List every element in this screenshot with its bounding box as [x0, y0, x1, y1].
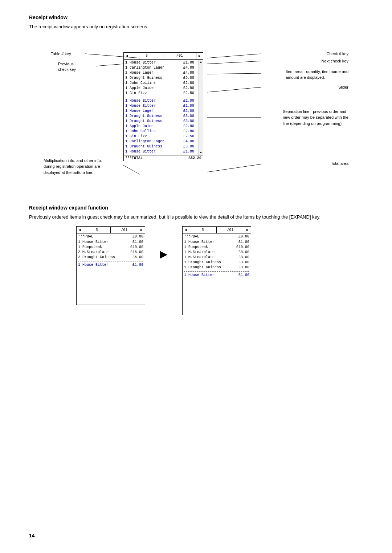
expand-left-table: 5: [83, 227, 111, 233]
expand-left-item: 2 Draught Guiness£6.00: [78, 255, 143, 260]
receipt-item-row: 2 House Lager£4.00: [125, 70, 194, 76]
expand-right-item: 1 House Bitter£1.00: [184, 240, 249, 245]
pbal-row-right: ***PBAL£0.00: [184, 234, 249, 240]
expand-arrow: ▶: [160, 248, 168, 260]
page-number: 14: [29, 533, 35, 538]
svg-line-4: [207, 73, 261, 74]
expand-right-items: ***PBAL£0.00 1 House Bitter£1.00 1 Rumps…: [183, 233, 251, 315]
expand-left-item: 1 House Bitter£1.00: [78, 240, 143, 245]
receipt-item-row: 1 House Bitter£1.00: [125, 60, 194, 65]
expand-right-check: /01: [217, 227, 244, 233]
receipt-item-row: 1 Carlington Lager£4.00: [125, 65, 194, 70]
expand-diagrams-container: ◀ 5 /01 ▶ ***PBAL£0.00 1 House Bitter£1.…: [76, 226, 363, 315]
expand-left-header: ◀ 5 /01 ▶: [77, 227, 145, 233]
receipt-item-row-blue: 1 Apple Juice£2.80: [125, 124, 194, 129]
total-label: ***TOTAL: [125, 156, 143, 160]
receipt-items: 1 House Bitter£1.00 1 Carlington Lager£4…: [124, 60, 199, 155]
separation-line-label: Separation line - previous order andnew …: [283, 109, 348, 127]
expand-left-spacer: [78, 268, 143, 304]
expand-right-item: 1 M.Steakplate£8.00: [184, 255, 249, 260]
expand-left-next[interactable]: ▶: [138, 227, 145, 233]
previous-check-label: Previouscheck key: [58, 61, 76, 73]
expand-left-receipt: ◀ 5 /01 ▶ ***PBAL£0.00 1 House Bitter£1.…: [76, 226, 145, 305]
next-btn[interactable]: ▶: [196, 53, 203, 59]
expand-right-next[interactable]: ▶: [244, 227, 251, 233]
receipt-item-row: 1 Gin Fizz£2.50: [125, 91, 194, 96]
expand-right-item-blue: 1 House Bitter£1.00: [184, 273, 249, 278]
expand-right-spacer: [184, 278, 249, 314]
receipt-total: ***TOTAL £52.20: [124, 155, 203, 161]
expand-left-item: 1 Rumpsteak£10.00: [78, 245, 143, 250]
expand-left-item-blue: 1 House Bitter£1.00: [78, 263, 143, 268]
section1-title: Receipt window: [29, 15, 363, 20]
svg-line-3: [207, 61, 261, 64]
receipt-scrollbar: ▲ ▼: [199, 60, 203, 155]
total-amount: £52.20: [188, 156, 201, 160]
table-key-label: Table # key: [51, 52, 71, 56]
check-key-label: Check # key: [326, 52, 348, 56]
receipt-item-row-blue: 1 House Bitter£1.00: [125, 103, 194, 109]
expand-right-item: 1 Draught Guiness£3.00: [184, 260, 249, 265]
expand-left-items: ***PBAL£0.00 1 House Bitter£1.00 1 Rumps…: [77, 233, 145, 305]
expand-left-separator: [78, 261, 143, 261]
receipt-window-mock: ◀ 3 /01 ▶ 1 House Bitter£1.00 1 Carlingt…: [123, 52, 203, 161]
receipt-item-row-blue: 1 John Collins£2.80: [125, 129, 194, 134]
expand-left-check: /01: [111, 227, 138, 233]
svg-line-2: [96, 64, 123, 66]
section2-title: Receipt window expand function: [29, 205, 363, 211]
expand-right-receipt: ◀ 5 /01 ▶ ***PBAL£0.00 1 House Bitter£1.…: [182, 226, 251, 315]
svg-line-8: [123, 165, 140, 174]
expand-right-prev[interactable]: ◀: [183, 227, 189, 233]
section1-description: The receipt window appears only on regis…: [29, 23, 363, 31]
receipt-item-row-blue: 1 Carlington Lager£4.00: [125, 139, 194, 144]
svg-line-5: [207, 87, 261, 92]
receipt-item-row-blue: 1 Draught Guiness£3.00: [125, 144, 194, 149]
pbal-row-left: ***PBAL£0.00: [78, 234, 143, 240]
expand-right-table: 5: [189, 227, 217, 233]
expand-left-prev[interactable]: ◀: [77, 227, 83, 233]
expand-right-item: 1 Rumpsteak£10.00: [184, 245, 249, 250]
expand-right-separator: [184, 271, 249, 272]
receipt-item-row: 1 John Collins£2.80: [125, 81, 194, 86]
total-area-label: Total area: [331, 161, 348, 166]
receipt-window-section: Receipt window The receipt window appear…: [29, 15, 363, 190]
receipt-item-row-blue: 1 Gin Fizz£2.50: [125, 134, 194, 139]
receipt-item-row-blue: 1 House Lager£2.00: [125, 109, 194, 114]
receipt-header: ◀ 3 /01 ▶: [124, 53, 203, 60]
receipt-diagram: Table # key Previouscheck key Check # ke…: [29, 38, 363, 190]
svg-line-7: [207, 164, 261, 172]
table-number: 3: [130, 53, 163, 58]
next-check-label: Next check key: [321, 59, 348, 63]
receipt-items-container: 1 House Bitter£1.00 1 Carlington Lager£4…: [124, 60, 203, 155]
item-area-label: Item area - quantity, item name andamoun…: [286, 69, 348, 81]
section2-description: Previously ordered items in guest check …: [29, 214, 363, 221]
expand-right-item: 1 M.Steakplate£8.00: [184, 250, 249, 255]
receipt-item-row-blue: 1 Draught Guiness£3.00: [125, 114, 194, 119]
scrollbar-down[interactable]: ▼: [200, 151, 202, 154]
expand-right-item: 1 Draught Guiness£3.00: [184, 265, 249, 270]
receipt-item-row: 3 Draught Guiness£9.00: [125, 76, 194, 81]
multiplication-label: Multiplication info. and other info.duri…: [44, 158, 102, 176]
receipt-item-row-blue: 1 House Bitter£1.00: [125, 149, 194, 154]
svg-line-1: [207, 54, 261, 58]
receipt-item-row: 1 Apple Juice£2.80: [125, 86, 194, 91]
scrollbar-up[interactable]: ▲: [200, 60, 202, 64]
receipt-separator: [125, 97, 194, 97]
check-number: /01: [163, 53, 196, 58]
expand-left-item: 2 M.Steakplate£16.00: [78, 250, 143, 255]
receipt-item-row-blue: 1 Draught Guiness£3.00: [125, 119, 194, 124]
expand-right-header: ◀ 5 /01 ▶: [183, 227, 251, 233]
prev-btn[interactable]: ◀: [124, 53, 130, 59]
receipt-item-row-blue: 1 House Bitter£1.00: [125, 98, 194, 103]
slider-label: Slider: [338, 85, 348, 89]
receipt-expand-section: Receipt window expand function Previousl…: [29, 205, 363, 316]
